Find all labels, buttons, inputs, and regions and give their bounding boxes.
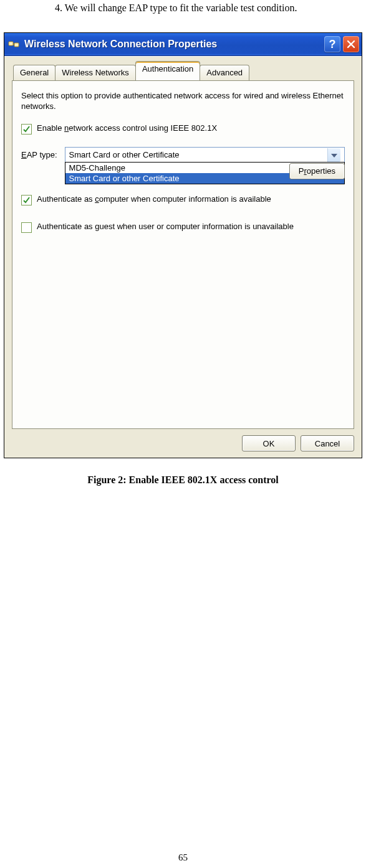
enable-8021x-row: Enable network access control using IEEE… xyxy=(21,123,345,134)
eap-type-label: EAP type: xyxy=(21,150,57,159)
help-icon: ? xyxy=(329,38,336,51)
tab-authentication[interactable]: Authentication xyxy=(135,61,200,80)
tab-advanced[interactable]: Advanced xyxy=(200,65,249,82)
figure-wrapper: Wireless Network Connection Properties ? xyxy=(4,32,362,458)
auth-as-guest-row: Authenticate as guest when user or compu… xyxy=(21,222,345,233)
svg-rect-1 xyxy=(14,43,19,47)
help-button[interactable]: ? xyxy=(324,36,340,52)
instruction-text: 4. We will change EAP type to fit the va… xyxy=(0,0,366,14)
tab-strip: General Wireless Networks Authentication… xyxy=(12,64,354,80)
ok-button[interactable]: OK xyxy=(242,435,296,451)
enable-8021x-checkbox[interactable] xyxy=(21,124,32,134)
tab-wireless-networks[interactable]: Wireless Networks xyxy=(55,65,136,82)
tab-panel-authentication: Select this option to provide authentica… xyxy=(12,80,354,429)
auth-as-guest-checkbox[interactable] xyxy=(21,222,32,233)
tab-general[interactable]: General xyxy=(13,65,55,82)
panel-description: Select this option to provide authentica… xyxy=(21,91,345,112)
dialog-buttons: OK Cancel xyxy=(12,435,354,451)
enable-8021x-label: Enable network access control using IEEE… xyxy=(37,123,217,133)
auth-as-computer-row: Authenticate as computer when computer i… xyxy=(21,194,345,205)
xp-window: Wireless Network Connection Properties ? xyxy=(4,33,362,458)
window-title: Wireless Network Connection Properties xyxy=(24,39,324,50)
svg-marker-5 xyxy=(331,154,337,158)
auth-as-guest-label: Authenticate as guest when user or compu… xyxy=(37,222,294,231)
auth-as-computer-checkbox[interactable] xyxy=(21,195,32,205)
window-client-area: General Wireless Networks Authentication… xyxy=(4,56,362,458)
check-icon xyxy=(22,125,31,133)
svg-rect-0 xyxy=(9,42,13,45)
check-icon xyxy=(22,196,31,204)
page-number: 65 xyxy=(0,852,366,863)
close-button[interactable] xyxy=(343,36,359,52)
cancel-button[interactable]: Cancel xyxy=(301,435,354,451)
network-icon xyxy=(8,39,19,50)
chevron-down-icon xyxy=(331,150,337,159)
combo-dropdown-button[interactable] xyxy=(327,148,340,162)
auth-as-computer-label: Authenticate as computer when computer i… xyxy=(37,194,271,204)
properties-button[interactable]: Properties xyxy=(289,163,345,179)
titlebar[interactable]: Wireless Network Connection Properties ? xyxy=(4,33,362,56)
eap-type-selected-value: Smart Card or other Certificate xyxy=(69,150,180,159)
figure-caption: Figure 2: Enable IEEE 802.1X access cont… xyxy=(0,474,366,486)
close-icon xyxy=(347,40,355,49)
eap-type-combo[interactable]: Smart Card or other Certificate MD5-Chal… xyxy=(65,147,345,163)
